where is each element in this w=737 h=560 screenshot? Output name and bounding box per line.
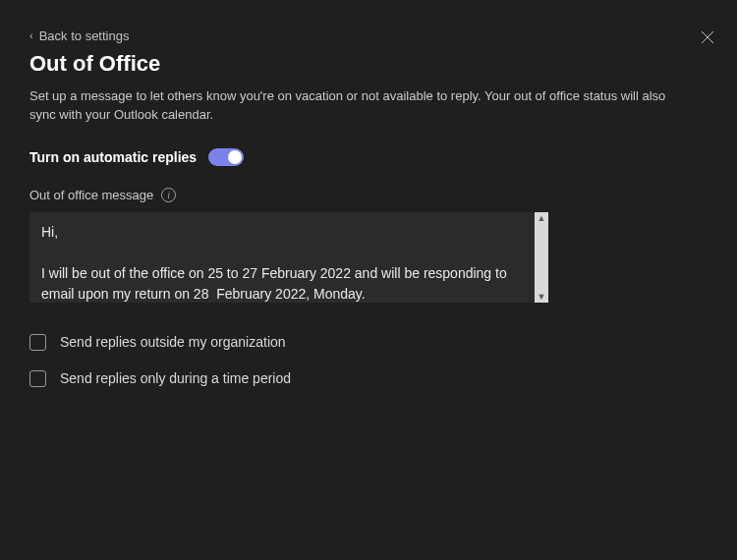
time-period-option[interactable]: Send replies only during a time period [29, 370, 708, 387]
outside-org-option[interactable]: Send replies outside my organization [29, 334, 708, 351]
out-of-office-message-input[interactable] [29, 212, 535, 303]
page-title: Out of Office [29, 51, 708, 77]
page-description: Set up a message to let others know you'… [29, 86, 668, 125]
message-label: Out of office message [29, 188, 153, 202]
scrollbar[interactable]: ▲ ▼ [535, 212, 548, 303]
scroll-up-arrow-icon[interactable]: ▲ [535, 212, 548, 224]
scroll-down-arrow-icon[interactable]: ▼ [535, 291, 548, 303]
time-period-checkbox[interactable] [29, 370, 46, 387]
auto-replies-toggle[interactable] [208, 148, 244, 166]
info-icon[interactable]: i [161, 188, 176, 202]
back-label: Back to settings [39, 28, 130, 43]
chevron-left-icon: ‹ [29, 29, 33, 41]
toggle-knob [228, 150, 242, 164]
close-icon [701, 30, 714, 44]
outside-org-label: Send replies outside my organization [60, 334, 286, 350]
auto-replies-label: Turn on automatic replies [29, 149, 197, 165]
close-button[interactable] [698, 28, 717, 47]
outside-org-checkbox[interactable] [29, 334, 46, 351]
back-to-settings-link[interactable]: ‹ Back to settings [29, 28, 129, 43]
time-period-label: Send replies only during a time period [60, 370, 291, 386]
